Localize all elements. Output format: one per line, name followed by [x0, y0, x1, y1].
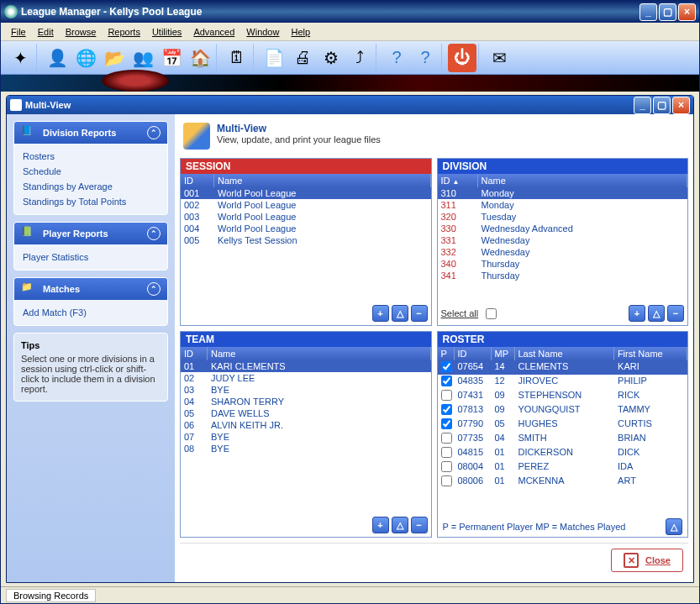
toolbar-schedule-icon[interactable]: 📅: [157, 44, 186, 72]
menu-utilities[interactable]: Utilities: [147, 25, 187, 39]
table-row[interactable]: 01KARI CLEMENTS: [181, 360, 431, 372]
session-edit-button[interactable]: △: [392, 305, 408, 322]
table-row[interactable]: 002World Pool League: [181, 199, 431, 211]
table-row[interactable]: 0773504SMITHBRIAN: [438, 432, 688, 446]
table-row[interactable]: 0481501DICKERSONDICK: [438, 446, 688, 460]
menu-window[interactable]: Window: [241, 25, 284, 39]
division-report-link[interactable]: Schedule: [23, 164, 159, 179]
menu-reports[interactable]: Reports: [103, 25, 145, 39]
roster-col-ln[interactable]: Last Name: [515, 347, 614, 360]
menu-browse[interactable]: Browse: [61, 25, 102, 39]
inner-close-button[interactable]: ×: [672, 97, 690, 114]
table-row[interactable]: 06ALVIN KEITH JR.: [181, 419, 431, 431]
roster-col-fn[interactable]: First Name: [614, 347, 687, 360]
session-add-button[interactable]: +: [372, 305, 389, 322]
menu-file[interactable]: File: [6, 25, 31, 39]
table-row[interactable]: 0800401PEREZIDA: [438, 460, 688, 475]
table-row[interactable]: 341Thursday: [438, 270, 688, 281]
matches-link[interactable]: Add Match (F3): [23, 305, 159, 320]
table-row[interactable]: 0781309YOUNGQUISTTAMMY: [438, 403, 688, 418]
table-row[interactable]: 0765414CLEMENTSKARI: [438, 360, 688, 375]
table-row[interactable]: 331Wednesday: [438, 234, 688, 246]
division-report-link[interactable]: Standings by Total Points: [23, 194, 159, 209]
team-col-id[interactable]: ID: [181, 347, 208, 360]
table-row[interactable]: 003World Pool League: [181, 211, 431, 223]
table-row[interactable]: 005Kellys Test Session: [181, 234, 431, 246]
toolbar-print-icon[interactable]: 🖨: [288, 44, 317, 72]
table-row[interactable]: 07BYE: [181, 431, 431, 443]
toolbar-calendar-icon[interactable]: 🗓: [223, 44, 251, 72]
table-row[interactable]: 332Wednesday: [438, 246, 688, 258]
roster-col-p[interactable]: P: [438, 347, 455, 360]
table-row[interactable]: 0743109STEPHENSONRICK: [438, 389, 688, 403]
minimize-button[interactable]: _: [639, 3, 657, 21]
table-row[interactable]: 02JUDY LEE: [181, 372, 431, 384]
permanent-checkbox[interactable]: [441, 418, 452, 429]
roster-col-mp[interactable]: MP: [492, 347, 515, 360]
table-row[interactable]: 0779005HUGHESCURTIS: [438, 418, 688, 432]
division-col-name[interactable]: Name: [478, 174, 688, 187]
table-row[interactable]: 311Monday: [438, 199, 688, 211]
toolbar-help-icon[interactable]: ?: [382, 44, 411, 72]
division-reports-header[interactable]: 📘 Division Reports ⌃: [14, 122, 167, 144]
table-row[interactable]: 320Tuesday: [438, 211, 688, 223]
table-row[interactable]: 004World Pool League: [181, 223, 431, 234]
table-row[interactable]: 04SHARON TERRY: [181, 396, 431, 407]
table-row[interactable]: 0483512JIROVECPHILIP: [438, 375, 688, 389]
toolbar-power-icon[interactable]: ⏻: [448, 44, 476, 72]
toolbar-globe-icon[interactable]: 🌐: [71, 44, 100, 72]
table-row[interactable]: 330Wednesday Advanced: [438, 223, 688, 234]
close-button[interactable]: ×: [678, 3, 696, 21]
toolbar-wizard-icon[interactable]: ✦: [6, 44, 34, 72]
team-col-name[interactable]: Name: [208, 347, 431, 360]
division-add-button[interactable]: +: [629, 305, 645, 322]
division-col-id[interactable]: ID ▲: [438, 174, 478, 187]
table-row[interactable]: 310Monday: [438, 187, 688, 199]
table-row[interactable]: 03BYE: [181, 384, 431, 396]
table-row[interactable]: 08BYE: [181, 443, 431, 454]
team-add-button[interactable]: +: [372, 517, 389, 533]
inner-maximize-button[interactable]: ▢: [653, 97, 671, 114]
permanent-checkbox[interactable]: [441, 447, 452, 458]
toolbar-gear-icon[interactable]: ⚙: [317, 44, 345, 72]
permanent-checkbox[interactable]: [441, 361, 452, 372]
toolbar-export-icon[interactable]: ⤴: [345, 44, 374, 72]
roster-col-id[interactable]: ID: [455, 347, 492, 360]
division-remove-button[interactable]: −: [667, 305, 684, 322]
session-col-name[interactable]: Name: [214, 174, 431, 187]
toolbar-person-icon[interactable]: 👤: [43, 44, 71, 72]
menu-advanced[interactable]: Advanced: [188, 25, 239, 39]
toolbar-help2-icon[interactable]: ?: [411, 44, 439, 72]
division-report-link[interactable]: Rosters: [23, 149, 159, 164]
inner-minimize-button[interactable]: _: [634, 97, 651, 114]
matches-header[interactable]: 📁 Matches ⌃: [14, 278, 167, 300]
table-row[interactable]: 0800601MCKENNAART: [438, 475, 688, 489]
permanent-checkbox[interactable]: [441, 461, 452, 472]
menu-edit[interactable]: Edit: [33, 25, 59, 39]
toolbar-note-icon[interactable]: 📄: [260, 44, 288, 72]
toolbar-folder-icon[interactable]: 📂: [100, 44, 129, 72]
table-row[interactable]: 340Thursday: [438, 258, 688, 270]
toolbar-mail-icon[interactable]: ✉: [485, 44, 513, 72]
roster-edit-button[interactable]: △: [666, 518, 682, 535]
toolbar-people-icon[interactable]: 👥: [129, 44, 157, 72]
permanent-checkbox[interactable]: [441, 404, 452, 415]
table-row[interactable]: 05DAVE WELLS: [181, 407, 431, 419]
permanent-checkbox[interactable]: [441, 475, 452, 486]
session-col-id[interactable]: ID: [181, 174, 214, 187]
maximize-button[interactable]: ▢: [659, 3, 676, 21]
team-remove-button[interactable]: −: [411, 517, 428, 533]
permanent-checkbox[interactable]: [441, 390, 452, 401]
menu-help[interactable]: Help: [286, 25, 315, 39]
select-all-checkbox[interactable]: [486, 308, 497, 319]
session-remove-button[interactable]: −: [411, 305, 428, 322]
team-edit-button[interactable]: △: [392, 517, 408, 533]
player-reports-header[interactable]: 📗 Player Reports ⌃: [14, 223, 167, 244]
player-report-link[interactable]: Player Statistics: [23, 249, 159, 265]
permanent-checkbox[interactable]: [441, 376, 452, 386]
close-multiview-button[interactable]: ✕ Close: [611, 549, 683, 572]
permanent-checkbox[interactable]: [441, 433, 452, 444]
division-edit-button[interactable]: △: [648, 305, 665, 322]
toolbar-home-icon[interactable]: 🏠: [186, 44, 214, 72]
table-row[interactable]: 001World Pool League: [181, 187, 431, 199]
